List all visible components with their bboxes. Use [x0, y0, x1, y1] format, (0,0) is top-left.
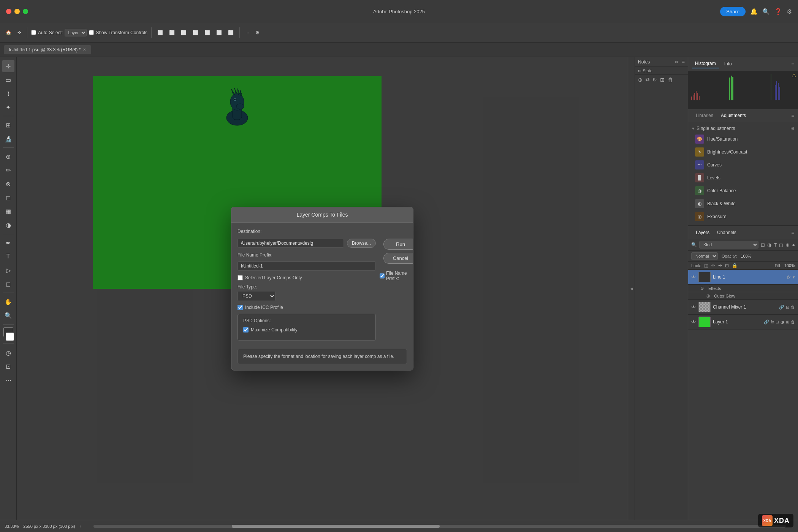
home-button[interactable]: 🏠 — [4, 29, 13, 36]
layers-pixel-icon[interactable]: ⊡ — [761, 242, 765, 248]
notes-frame-icon[interactable]: ⊞ — [660, 77, 665, 83]
filename-prefix-checkbox[interactable] — [380, 273, 385, 279]
layer-fx-line1[interactable]: fx — [787, 275, 790, 279]
move-tool-btn[interactable]: ✛ — [2, 60, 14, 72]
adj-item-curves[interactable]: 〜 Curves — [692, 158, 794, 171]
screen-mode-btn[interactable]: ⊡ — [2, 360, 14, 372]
layer-item-layer1[interactable]: 👁 Layer 1 🔗 fx ⊡ ◑ ⊞ 🗑 — [688, 315, 798, 329]
adjustments-tab[interactable]: Adjustments — [717, 111, 750, 120]
lock-all-icon[interactable]: 🔒 — [732, 263, 738, 268]
layer-item-line1[interactable]: 👁 Line 1 fx ▾ — [688, 270, 798, 285]
auto-select-toggle[interactable]: Auto-Select: Layer — [31, 29, 87, 36]
histogram-tab[interactable]: Histogram — [692, 59, 719, 68]
show-transform-checkbox[interactable] — [89, 30, 94, 35]
burn-btn[interactable]: ◑ — [2, 219, 14, 231]
cm-link-icon[interactable]: 🔗 — [779, 305, 784, 310]
horizontal-scrollbar[interactable] — [93, 525, 786, 528]
include-icc-checkbox[interactable] — [238, 305, 243, 310]
layer-expand-line1[interactable]: ▾ — [793, 275, 795, 280]
cm-del-icon[interactable]: 🗑 — [791, 305, 795, 309]
info-tab[interactable]: Info — [721, 60, 735, 68]
scrollbar-thumb[interactable] — [232, 525, 440, 528]
layer-vis-channel-mixer[interactable]: 👁 — [691, 304, 696, 310]
l1-del-icon[interactable]: 🗑 — [791, 320, 795, 324]
l1-adj-icon[interactable]: ◑ — [781, 320, 784, 325]
l1-link-icon[interactable]: 🔗 — [764, 320, 769, 325]
single-adjustments-header[interactable]: ▾ Single adjustments ⊞ — [692, 124, 794, 133]
move-tool[interactable]: ✛ — [16, 29, 23, 36]
l1-fx-icon[interactable]: fx — [771, 320, 774, 324]
eyedropper-btn[interactable]: 🔬 — [2, 133, 14, 145]
layers-kind-select[interactable]: Kind — [699, 241, 758, 249]
eraser-btn[interactable]: ◻ — [2, 192, 14, 204]
adj-item-exposure[interactable]: ◎ Exposure — [692, 210, 794, 223]
auto-select-dropdown[interactable]: Layer — [65, 29, 87, 36]
brush-tool-btn[interactable]: ✏ — [2, 164, 14, 176]
file-type-select[interactable]: PSD — [238, 291, 276, 301]
layers-tab[interactable]: Layers — [692, 228, 713, 237]
close-button[interactable] — [6, 9, 11, 14]
quick-mask-btn[interactable]: ◷ — [2, 347, 14, 359]
blend-mode-select[interactable]: Normal — [691, 252, 718, 260]
minimize-button[interactable] — [14, 9, 20, 14]
selected-layer-comps-checkbox[interactable] — [238, 275, 243, 280]
libraries-tab[interactable]: Libraries — [692, 111, 717, 120]
auto-select-checkbox[interactable] — [31, 30, 36, 35]
destination-input[interactable] — [238, 239, 344, 248]
shape-tool-btn[interactable]: ◻ — [2, 278, 14, 290]
notes-add-icon[interactable]: ⊕ — [638, 77, 643, 83]
search-icon[interactable]: 🔍 — [762, 8, 770, 15]
notes-menu-icon[interactable]: ≡ — [682, 59, 685, 65]
panel-collapse[interactable]: ◀ — [628, 57, 635, 520]
l1-mask-icon[interactable]: ⊡ — [776, 320, 779, 325]
more-options-button[interactable]: ··· — [244, 29, 251, 36]
search-layers-icon[interactable]: 🔍 — [691, 242, 697, 247]
zoom-level[interactable]: 33.33% — [5, 524, 19, 529]
text-tool-btn[interactable]: T — [2, 250, 14, 263]
notes-trash-icon[interactable]: 🗑 — [668, 77, 673, 83]
notes-expand-icon[interactable]: ⇔ — [674, 59, 679, 65]
l1-group-icon[interactable]: ⊞ — [786, 320, 789, 325]
pen-tool-btn[interactable]: ✒ — [2, 237, 14, 249]
hand-tool-btn[interactable]: ✋ — [2, 296, 14, 308]
heal-brush-btn[interactable]: ⊕ — [2, 150, 14, 163]
share-button[interactable]: Share — [720, 7, 746, 16]
stamp-tool-btn[interactable]: ⊗ — [2, 178, 14, 190]
gear-button[interactable]: ⚙ — [253, 29, 261, 36]
lock-transparent-icon[interactable]: ◫ — [704, 263, 708, 268]
magic-wand-btn[interactable]: ✦ — [2, 101, 14, 113]
histogram-menu-icon[interactable]: ≡ — [791, 61, 794, 67]
fullscreen-button[interactable] — [23, 9, 28, 14]
lock-brush-icon[interactable]: ✏ — [711, 263, 715, 268]
select-tool-btn[interactable]: ▭ — [2, 74, 14, 86]
align-right-button[interactable]: ⬜ — [179, 29, 188, 36]
help-icon[interactable]: ❓ — [774, 8, 782, 15]
layers-adj-icon[interactable]: ◑ — [767, 242, 771, 248]
maximize-compat-checkbox[interactable] — [243, 327, 249, 332]
fill-value[interactable]: 100% — [784, 263, 795, 268]
adj-menu-icon[interactable]: ≡ — [791, 113, 794, 119]
lock-position-icon[interactable]: ✛ — [718, 263, 722, 268]
layers-smartobj-icon[interactable]: ⊕ — [785, 242, 790, 248]
document-tab[interactable]: kUntitled-1.psd @ 33.3% (RGB/8) * ✕ — [4, 45, 91, 54]
status-nav-icon[interactable]: › — [80, 524, 81, 529]
zoom-tool-btn[interactable]: 🔍 — [2, 309, 14, 321]
more-tools-btn[interactable]: ⋯ — [2, 374, 14, 386]
opacity-value[interactable]: 100% — [741, 254, 751, 258]
layers-dot-icon[interactable]: ● — [792, 242, 795, 248]
notes-duplicate-icon[interactable]: ⧉ — [646, 76, 649, 83]
align-bottom-button[interactable]: ⬜ — [214, 29, 224, 36]
align-center-v-button[interactable]: ⬜ — [203, 29, 212, 36]
run-button[interactable]: Run — [383, 239, 413, 250]
file-name-prefix-input[interactable] — [238, 261, 376, 271]
layers-shape-icon[interactable]: ◻ — [779, 242, 783, 248]
adj-item-bw[interactable]: ◐ Black & White — [692, 197, 794, 210]
path-select-btn[interactable]: ▷ — [2, 264, 14, 276]
align-center-h-button[interactable]: ⬜ — [167, 29, 177, 36]
background-color[interactable] — [6, 332, 14, 341]
align-left-button[interactable]: ⬜ — [155, 29, 165, 36]
adj-item-brightness[interactable]: ☀ Brightness/Contrast — [692, 146, 794, 158]
layer-item-channel-mixer[interactable]: 👁 Channel Mixer 1 🔗 ⊡ 🗑 — [688, 300, 798, 315]
channels-tab[interactable]: Channels — [713, 228, 740, 237]
lock-artboard-icon[interactable]: ⊡ — [725, 263, 729, 268]
